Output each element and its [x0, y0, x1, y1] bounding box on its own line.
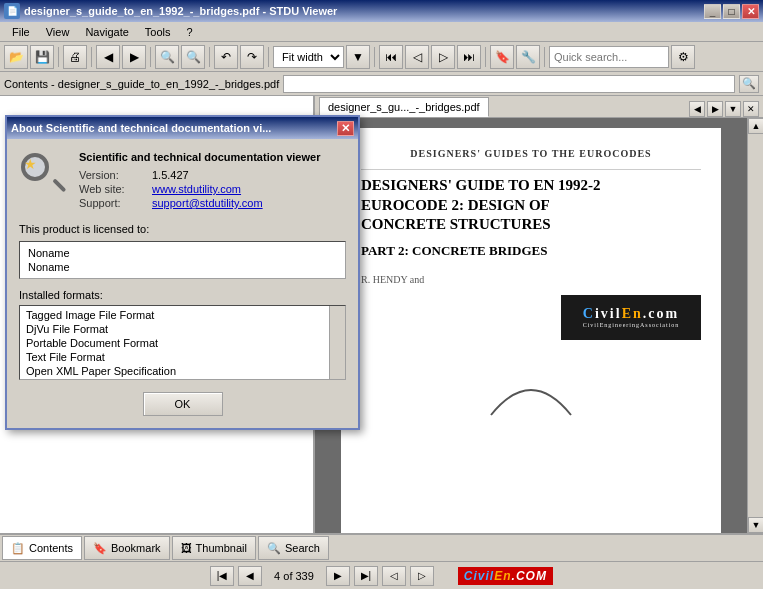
support-row: Support: support@stdutility.com	[79, 197, 346, 209]
support-label: Support:	[79, 197, 144, 209]
dialog-header: ★ Scientific and technical documentation…	[19, 151, 346, 211]
website-link[interactable]: www.stdutility.com	[152, 183, 241, 195]
version-row: Version: 1.5.427	[79, 169, 346, 181]
mag-handle	[52, 178, 66, 192]
dialog-info: Scientific and technical documentation v…	[79, 151, 346, 211]
format-djvu[interactable]: DjVu File Format	[22, 322, 343, 336]
formats-scrollbar[interactable]	[329, 306, 345, 379]
version-label: Version:	[79, 169, 144, 181]
version-value: 1.5.427	[152, 169, 189, 181]
dialog-title-bar: About Scientific and technical documenta…	[7, 117, 358, 139]
licensed-to-label: This product is licensed to:	[19, 223, 346, 235]
ok-button[interactable]: OK	[143, 392, 223, 416]
website-row: Web site: www.stdutility.com	[79, 183, 346, 195]
installed-formats-label: Installed formats:	[19, 289, 346, 301]
formats-box[interactable]: Tagged Image File Format DjVu File Forma…	[19, 305, 346, 380]
format-tiff[interactable]: Tagged Image File Format	[22, 308, 343, 322]
mag-star: ★	[24, 156, 37, 172]
dialog-icon: ★	[19, 151, 67, 199]
licensed-box: Noname Noname	[19, 241, 346, 279]
format-xps[interactable]: Open XML Paper Specification	[22, 364, 343, 378]
licensed-name-2: Noname	[28, 260, 337, 274]
licensed-name-1: Noname	[28, 246, 337, 260]
about-dialog: About Scientific and technical documenta…	[5, 115, 360, 430]
magnifier-icon: ★	[19, 151, 67, 199]
support-link[interactable]: support@stdutility.com	[152, 197, 263, 209]
dialog-footer: OK	[19, 392, 346, 416]
dialog-title-text: About Scientific and technical documenta…	[11, 122, 271, 134]
dialog-overlay: About Scientific and technical documenta…	[0, 0, 763, 589]
dialog-content: ★ Scientific and technical documentation…	[7, 139, 358, 428]
format-pdf[interactable]: Portable Document Format	[22, 336, 343, 350]
dialog-close-button[interactable]: ✕	[337, 121, 354, 136]
format-text[interactable]: Text File Format	[22, 350, 343, 364]
product-name: Scientific and technical documentation v…	[79, 151, 346, 163]
website-label: Web site:	[79, 183, 144, 195]
